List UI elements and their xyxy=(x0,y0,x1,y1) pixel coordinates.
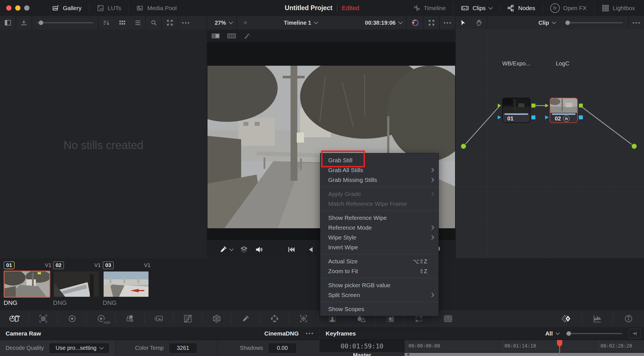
node-view-mode-select[interactable]: Clip xyxy=(534,16,560,29)
menu-item-wipe-style[interactable]: Wipe Style xyxy=(320,232,439,242)
submenu-arrow-icon xyxy=(430,192,434,196)
tab-label: Timeline xyxy=(424,5,446,12)
hdr-palette-button[interactable]: HDR xyxy=(87,310,115,327)
clip-thumbnail-01[interactable]: 01 V1 DNG xyxy=(4,261,51,307)
menu-separator xyxy=(320,254,439,254)
menu-item-invert-wipe[interactable]: Invert Wipe xyxy=(320,242,439,252)
color-temp-input[interactable]: 3261 xyxy=(169,343,197,353)
menu-item-split-screen[interactable]: Split Screen xyxy=(320,290,439,300)
layers-icon[interactable] xyxy=(240,245,248,254)
audio-mute-icon[interactable] xyxy=(255,245,263,254)
menu-item-show-reference-wipe[interactable]: Show Reference Wipe xyxy=(320,213,439,223)
power-window-palette-button[interactable] xyxy=(260,310,289,327)
select-cursor-button[interactable] xyxy=(455,16,471,29)
minimize-window-button[interactable] xyxy=(15,5,20,11)
menu-item-grab-missing-stills[interactable]: Grab Missing Stills xyxy=(320,175,439,185)
decode-quality-select[interactable]: Use pro...setting xyxy=(49,343,109,353)
color-chart-palette-button[interactable] xyxy=(29,310,58,327)
tab-media-pool[interactable]: Media Pool xyxy=(129,0,184,16)
qualifier-palette-button[interactable] xyxy=(231,310,260,327)
gallery-panel-toggle-button[interactable] xyxy=(0,16,16,29)
chevron-down-icon xyxy=(229,20,233,24)
submenu-arrow-icon xyxy=(430,225,434,230)
node-zoom-slider[interactable] xyxy=(565,22,623,23)
grab-still-button[interactable] xyxy=(16,16,32,29)
clip-thumbnail-02[interactable]: 02 V1 DNG xyxy=(53,261,101,307)
scopes-panel-button[interactable] xyxy=(582,310,613,327)
go-to-start-button[interactable] xyxy=(287,245,295,254)
keyframe-dot xyxy=(407,353,409,355)
clip-codec-label: DNG xyxy=(103,299,150,307)
info-button[interactable] xyxy=(613,310,644,327)
enhance-wand-icon[interactable] xyxy=(243,32,251,40)
color-picker-icon[interactable] xyxy=(219,246,227,254)
clip-track-label: V1 xyxy=(94,262,101,268)
split-screen-grid-icon[interactable] xyxy=(227,32,236,40)
clip-image xyxy=(103,271,149,298)
warper-palette-button[interactable] xyxy=(202,310,231,327)
list-view-button[interactable] xyxy=(130,16,146,29)
tab-timeline[interactable]: Timeline xyxy=(406,0,453,16)
tab-clips[interactable]: Clips xyxy=(453,0,499,16)
search-icon[interactable] xyxy=(146,16,162,29)
sort-icon[interactable] xyxy=(99,16,114,29)
shadows-label: Shadows xyxy=(240,345,263,351)
thumbnail-size-slider[interactable] xyxy=(37,22,93,23)
zoom-window-button[interactable] xyxy=(24,5,29,11)
expand-panel-icon[interactable] xyxy=(162,16,178,29)
wipe-compare-icon[interactable] xyxy=(211,32,220,40)
close-window-button[interactable] xyxy=(6,5,12,11)
tab-gallery[interactable]: Gallery xyxy=(44,0,89,16)
threed-glyph: 3D xyxy=(446,317,450,321)
viewer-zoom-select[interactable]: 27% xyxy=(207,16,237,29)
node-02-selected[interactable]: 02 fx xyxy=(550,98,578,123)
keyframes-panel-button[interactable] xyxy=(551,310,582,327)
more-options-icon[interactable] xyxy=(178,16,193,29)
menu-item-zoom-to-fit[interactable]: Zoom to Fit⇧Z xyxy=(320,266,439,276)
clip-thumbnail-03[interactable]: 03 V1 DNG xyxy=(103,261,150,307)
tab-luts[interactable]: LUTs xyxy=(89,0,129,16)
menu-item-show-scopes[interactable]: Show Scopes xyxy=(320,304,439,314)
color-match-palette-button[interactable] xyxy=(116,310,144,327)
tab-open-fx[interactable]: fx Open FX xyxy=(543,0,594,16)
clip-track-label: V1 xyxy=(45,262,51,268)
grid-view-button[interactable] xyxy=(114,16,130,29)
node-01[interactable]: 01 xyxy=(502,98,530,123)
color-wheels-palette-button[interactable] xyxy=(58,310,86,327)
decode-quality-label: Decode Quality xyxy=(6,345,44,351)
color-slice-palette-button[interactable] xyxy=(145,310,173,327)
keyframes-ruler[interactable]: 00:00:00:00 00:01:14:10 00:02:28:20 xyxy=(405,340,644,352)
timecode-value: 00:38:19:06 xyxy=(365,20,396,26)
timeline-select[interactable]: Timeline 1 xyxy=(280,16,322,29)
keyframes-filter-select[interactable]: All xyxy=(545,330,559,337)
clip-number-badge: 02 xyxy=(53,261,64,269)
curves-palette-button[interactable] xyxy=(173,310,202,327)
camera-raw-more-options-icon[interactable] xyxy=(306,333,313,334)
menu-item-show-picker-rgb-value[interactable]: Show picker RGB value xyxy=(320,280,439,290)
tab-nodes[interactable]: Nodes xyxy=(500,0,543,16)
menu-separator xyxy=(320,302,439,302)
camera-raw-controls: Decode Quality Use pro...setting Color T… xyxy=(0,340,319,356)
viewer-more-options-icon[interactable] xyxy=(440,16,455,29)
timecode-display[interactable]: 00:38:19:06 xyxy=(361,16,406,29)
node-cache-bar xyxy=(504,113,528,115)
color-boost-icon[interactable] xyxy=(407,16,423,29)
menu-item-reference-mode[interactable]: Reference Mode xyxy=(320,223,439,232)
chevron-down-icon[interactable] xyxy=(229,247,234,251)
play-reverse-button[interactable] xyxy=(307,246,314,253)
keyframes-track-band[interactable] xyxy=(405,353,644,356)
menu-item-actual-size[interactable]: Actual Size⌥⇧Z xyxy=(320,256,439,266)
nodes-icon xyxy=(507,4,515,12)
node-thumbnail xyxy=(550,98,577,113)
clip-number-badge: 03 xyxy=(103,261,114,269)
grab-still-highlight-box xyxy=(321,150,365,167)
go-to-playhead-icon[interactable] xyxy=(629,329,641,338)
tracker-palette-button[interactable] xyxy=(289,310,318,327)
camera-raw-palette-button[interactable] xyxy=(0,310,29,327)
viewer-expand-icon[interactable] xyxy=(424,16,439,29)
keyframes-zoom-slider[interactable] xyxy=(566,333,622,334)
node-more-options-icon[interactable] xyxy=(629,16,644,29)
tab-lightbox[interactable]: Lightbox xyxy=(594,0,642,16)
pan-hand-button[interactable] xyxy=(471,16,487,29)
shadows-input[interactable]: 0.00 xyxy=(268,343,297,353)
